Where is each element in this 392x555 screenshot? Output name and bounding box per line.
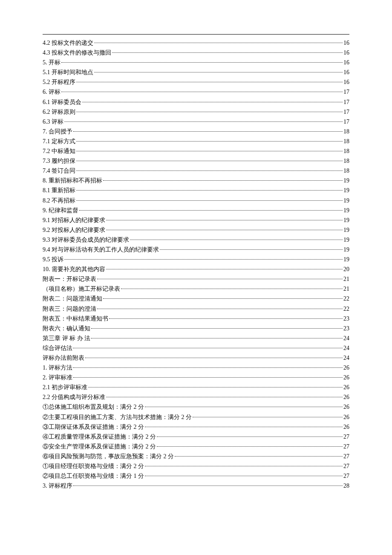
toc-entry-label: （项目名称）施工开标记录表 (43, 284, 120, 294)
toc-entry: 9.1 对招标人的纪律要求19 (43, 215, 349, 225)
toc-entry: 7.4 签订合同18 (43, 166, 349, 176)
toc-entry-label: 6.2 评标原则 (43, 107, 75, 117)
toc-entry: （项目名称）施工开标记录表21 (43, 284, 349, 294)
toc-entry-label: 附表五：中标结果通知书 (43, 314, 108, 324)
toc-entry-label: 附表一：开标记录表 (43, 274, 96, 284)
toc-entry: 综合评估法24 (43, 343, 349, 353)
toc-entry-label: 8.2 不再招标 (43, 196, 75, 205)
toc-entry-label: ④工程质量管理体系及保证措施：满分 2 分 (43, 432, 156, 442)
toc-entry: 第三章 评 标 办 法24 (43, 333, 349, 343)
toc-entry: 2.2 分值构成与评分标准26 (43, 392, 349, 402)
toc-entry-page: 17 (343, 87, 349, 97)
toc-entry-page: 23 (343, 324, 349, 333)
toc-leader-dots (157, 446, 343, 447)
toc-entry-label: 4.2 投标文件的递交 (43, 38, 93, 48)
toc-leader-dots (106, 230, 343, 230)
toc-entry: 附表二：问题澄清通知22 (43, 294, 349, 304)
toc-leader-dots (79, 210, 343, 211)
toc-entry: 7. 合同授予18 (43, 127, 349, 136)
toc-entry-label: 评标办法前附表 (43, 353, 84, 363)
toc-entry: 5.1 开标时间和地点16 (43, 67, 349, 77)
toc-leader-dots (157, 436, 343, 437)
toc-entry-page: 20 (343, 264, 349, 274)
toc-leader-dots (160, 249, 343, 250)
toc-leader-dots (76, 151, 343, 151)
toc-leader-dots (94, 72, 343, 72)
toc-entry: 9.3 对评标委员会成员的纪律要求19 (43, 235, 349, 245)
toc-leader-dots (193, 417, 343, 417)
toc-entry: 7.2 中标通知18 (43, 146, 349, 156)
toc-entry-page: 18 (343, 136, 349, 146)
toc-entry-label: 7. 合同授予 (43, 127, 72, 136)
toc-entry-page: 19 (343, 245, 349, 254)
toc-leader-dots (76, 161, 343, 161)
toc-entry-page: 19 (343, 225, 349, 235)
toc-leader-dots (145, 476, 343, 476)
toc-leader-dots (76, 141, 343, 142)
toc-leader-dots (73, 348, 343, 348)
toc-entry: 6.3 评标17 (43, 117, 349, 127)
toc-entry: 2. 评审标准26 (43, 373, 349, 382)
toc-leader-dots (145, 407, 343, 407)
toc-leader-dots (91, 338, 343, 338)
toc-entry-page: 19 (343, 196, 349, 205)
toc-entry-page: 27 (343, 461, 349, 471)
toc-entry-label: 附表二：问题澄清通知 (43, 294, 102, 304)
toc-entry-page: 26 (343, 373, 349, 382)
toc-entry-label: 9. 纪律和监督 (43, 205, 78, 215)
toc-leader-dots (85, 358, 343, 358)
toc-entry-label: 9.1 对招标人的纪律要求 (43, 215, 105, 225)
toc-entry: ⑤安全生产管理体系及保证措施：满分 2 分27 (43, 442, 349, 451)
toc-leader-dots (76, 112, 343, 112)
toc-leader-dots (73, 486, 343, 486)
toc-entry-label: 附表三：问题的澄清 (43, 304, 96, 314)
toc-entry: 4.3 投标文件的修改与撤回16 (43, 48, 349, 58)
toc-leader-dots (145, 427, 343, 427)
toc-entry-page: 26 (343, 363, 349, 373)
toc-entry-label: 7.2 中标通知 (43, 146, 75, 156)
toc-entry: 附表一：开标记录表21 (43, 274, 349, 284)
toc-entry-page: 26 (343, 392, 349, 402)
toc-entry-label: 综合评估法 (43, 343, 72, 353)
toc-entry: 评标办法前附表24 (43, 353, 349, 363)
toc-entry: 7.1 定标方式18 (43, 136, 349, 146)
toc-entry-label: 1. 评标方法 (43, 363, 72, 373)
table-of-contents: 4.2 投标文件的递交164.3 投标文件的修改与撤回165. 开标165.1 … (43, 34, 349, 491)
toc-leader-dots (76, 82, 343, 82)
toc-leader-dots (103, 180, 343, 181)
toc-entry-page: 18 (343, 127, 349, 136)
toc-entry-page: 22 (343, 304, 349, 314)
toc-entry-page: 28 (343, 481, 349, 491)
toc-entry: 10. 需要补充的其他内容20 (43, 264, 349, 274)
toc-entry-label: ⑤安全生产管理体系及保证措施：满分 2 分 (43, 442, 156, 451)
toc-entry-page: 16 (343, 67, 349, 77)
toc-entry-page: 19 (343, 185, 349, 195)
toc-entry: ①项目经理任职资格与业绩：满分 2 分27 (43, 461, 349, 471)
toc-leader-dots (61, 62, 343, 63)
toc-leader-dots (73, 131, 343, 132)
toc-entry-label: 7.4 签订合同 (43, 166, 75, 176)
toc-entry-page: 24 (343, 343, 349, 353)
toc-entry-page: 18 (343, 146, 349, 156)
toc-leader-dots (97, 309, 343, 309)
toc-leader-dots (61, 92, 343, 92)
toc-entry-label: ③工期保证体系及保证措施：满分 2 分 (43, 422, 144, 432)
toc-entry-page: 21 (343, 274, 349, 284)
toc-entry: 附表三：问题的澄清22 (43, 304, 349, 314)
toc-entry: ④工程质量管理体系及保证措施：满分 2 分27 (43, 432, 349, 442)
toc-entry: 9. 纪律和监督19 (43, 205, 349, 215)
toc-leader-dots (175, 456, 343, 457)
toc-entry-page: 17 (343, 107, 349, 117)
toc-leader-dots (112, 52, 343, 53)
toc-entry-page: 26 (343, 402, 349, 412)
toc-entry-label: 6.1 评标委员会 (43, 97, 81, 107)
toc-entry: ②项目总工任职资格与业绩：满分 1 分27 (43, 471, 349, 481)
toc-entry-page: 18 (343, 156, 349, 166)
toc-entry: 7.3 履约担保18 (43, 156, 349, 166)
toc-entry-label: ②主要工程项目的施工方案、方法与技术措施：满分 2 分 (43, 412, 192, 422)
toc-leader-dots (64, 259, 343, 260)
toc-entry-page: 19 (343, 215, 349, 225)
toc-entry-page: 23 (343, 314, 349, 324)
toc-leader-dots (76, 200, 343, 201)
toc-entry: ⑥项目风险预测与防范，事故应急预案：满分 2 分27 (43, 451, 349, 461)
